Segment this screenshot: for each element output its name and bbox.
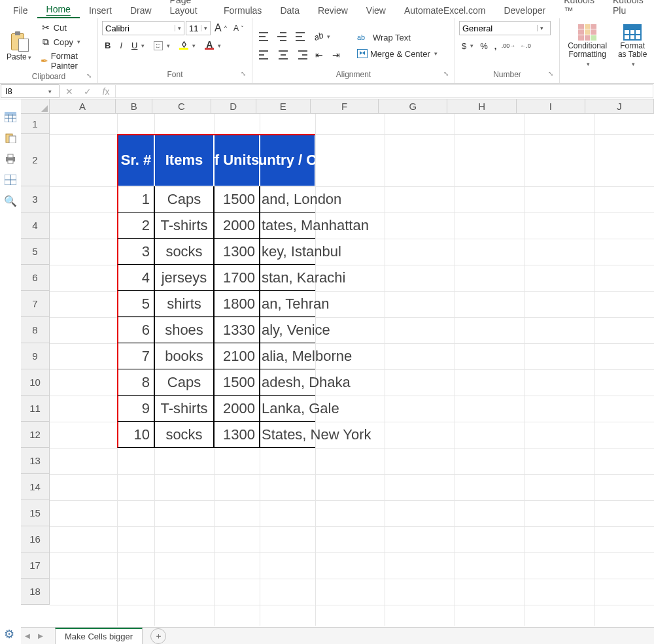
increase-font-button[interactable]: A^: [212, 21, 230, 35]
column-header-I[interactable]: I: [517, 99, 585, 113]
table-cell[interactable]: Caps: [154, 186, 214, 212]
column-header-A[interactable]: A: [50, 99, 116, 113]
row-header-9[interactable]: 9: [21, 343, 49, 369]
row-header-2[interactable]: 2: [21, 134, 49, 186]
orientation-button[interactable]: ab: [311, 30, 333, 42]
table-cell[interactable]: socks: [154, 422, 214, 448]
table-cell[interactable]: 3: [117, 239, 154, 265]
comma-button[interactable]: ,: [492, 40, 500, 52]
name-box-dropdown[interactable]: ▾: [41, 88, 59, 95]
table-header-cell[interactable]: f Units: [214, 134, 260, 186]
column-header-E[interactable]: E: [256, 99, 311, 113]
row-header-11[interactable]: 11: [21, 396, 49, 422]
table-cell[interactable]: books: [154, 343, 214, 369]
column-header-F[interactable]: F: [311, 99, 379, 113]
row-header-4[interactable]: 4: [21, 212, 49, 239]
tab-review[interactable]: Review: [309, 3, 357, 18]
table-cell[interactable]: jerseys: [154, 265, 214, 291]
table-row[interactable]: 7books2100alia, Melborne: [117, 343, 315, 369]
table-cell[interactable]: 10: [117, 422, 154, 448]
table-cell[interactable]: aly, Venice: [260, 317, 315, 343]
sheet-nav-prev[interactable]: ◄: [21, 631, 34, 641]
row-header-13[interactable]: 13: [21, 448, 49, 474]
percent-button[interactable]: %: [477, 40, 490, 52]
table-cell[interactable]: 5: [117, 291, 154, 317]
insert-function-button[interactable]: fx: [97, 86, 115, 97]
row-header-17[interactable]: 17: [21, 552, 49, 579]
align-bottom-button[interactable]: [293, 30, 310, 43]
font-color-button[interactable]: A: [202, 40, 224, 51]
font-launcher[interactable]: ⤡: [239, 70, 248, 79]
table-row[interactable]: 2T-shirts2000tates, Manhattan: [117, 212, 315, 239]
column-header-B[interactable]: B: [116, 99, 152, 113]
table-row[interactable]: 1Caps1500and, London: [117, 186, 315, 212]
table-cell[interactable]: 9: [117, 396, 154, 422]
table-cell[interactable]: adesh, Dhaka: [260, 369, 315, 396]
row-header-12[interactable]: 12: [21, 422, 49, 448]
row-header-8[interactable]: 8: [21, 317, 49, 343]
font-size-combo[interactable]: ▾: [186, 21, 211, 35]
table-cell[interactable]: 8: [117, 369, 154, 396]
table-cell[interactable]: 1800: [214, 291, 260, 317]
table-cell[interactable]: 1700: [214, 265, 260, 291]
sheet-nav-next[interactable]: ►: [34, 631, 47, 641]
table-cell[interactable]: and, London: [260, 186, 315, 212]
table-cell[interactable]: 2: [117, 212, 154, 239]
merge-center-button[interactable]: Merge & Center: [354, 48, 440, 60]
name-box[interactable]: ▾: [1, 84, 60, 98]
table-cell[interactable]: Caps: [154, 369, 214, 396]
table-cell[interactable]: 4: [117, 265, 154, 291]
select-all-button[interactable]: [21, 99, 50, 114]
row-header-3[interactable]: 3: [21, 186, 49, 212]
formula-input[interactable]: [116, 84, 653, 98]
column-header-H[interactable]: H: [447, 99, 516, 113]
sheet-tab[interactable]: Make Cells bigger: [55, 628, 143, 644]
align-center-button[interactable]: [275, 48, 292, 61]
currency-button[interactable]: $: [459, 40, 476, 52]
table-cell[interactable]: 1330: [214, 317, 260, 343]
table-row[interactable]: 6shoes1330aly, Venice: [117, 317, 315, 343]
alignment-launcher[interactable]: ⤡: [441, 70, 451, 79]
row-header-5[interactable]: 5: [21, 239, 49, 265]
table-cell[interactable]: 7: [117, 343, 154, 369]
align-top-button[interactable]: [256, 30, 273, 43]
table-cell[interactable]: 1300: [214, 239, 260, 265]
table-cell[interactable]: shoes: [154, 317, 214, 343]
increase-decimal-button[interactable]: .00→: [500, 39, 516, 52]
tab-insert[interactable]: Insert: [80, 3, 121, 18]
paste-button[interactable]: Paste: [4, 24, 34, 69]
tab-home[interactable]: Home: [37, 1, 80, 18]
number-format-combo[interactable]: ▾: [459, 21, 551, 35]
table-cell[interactable]: 2000: [214, 212, 260, 239]
tab-automate[interactable]: AutomateExcel.com: [395, 3, 495, 18]
table-cell[interactable]: 2100: [214, 343, 260, 369]
cancel-formula-button[interactable]: ✕: [60, 86, 78, 97]
decrease-font-button[interactable]: Aˇ: [231, 22, 246, 34]
cut-button[interactable]: ✂Cut: [38, 21, 94, 34]
table-cell[interactable]: stan, Karachi: [260, 265, 315, 291]
table-cell[interactable]: socks: [154, 239, 214, 265]
borders-button[interactable]: [151, 40, 173, 52]
number-launcher[interactable]: ⤡: [546, 70, 555, 79]
table-cell[interactable]: 2000: [214, 396, 260, 422]
clipboard-launcher[interactable]: ⤡: [84, 72, 94, 81]
fill-color-button[interactable]: ◊: [177, 40, 198, 51]
bold-button[interactable]: B: [102, 39, 113, 52]
row-header-1[interactable]: 1: [21, 114, 49, 134]
table-cell[interactable]: alia, Melborne: [260, 343, 315, 369]
table-row[interactable]: 9T-shirts2000Lanka, Gale: [117, 396, 315, 422]
table-row[interactable]: 10socks1300States, New York: [117, 422, 315, 448]
decrease-decimal-button[interactable]: ←.0: [517, 39, 533, 52]
underline-button[interactable]: U: [129, 39, 147, 52]
row-header-10[interactable]: 10: [21, 369, 49, 396]
row-header-14[interactable]: 14: [21, 474, 49, 500]
table-cell[interactable]: tates, Manhattan: [260, 212, 315, 239]
tab-draw[interactable]: Draw: [121, 3, 161, 18]
italic-button[interactable]: I: [117, 39, 125, 52]
column-header-G[interactable]: G: [379, 99, 447, 113]
align-right-button[interactable]: [293, 48, 310, 61]
format-painter-button[interactable]: ✒Format Painter: [38, 50, 94, 72]
side-find-icon[interactable]: 🔍: [4, 195, 17, 207]
column-header-C[interactable]: C: [152, 99, 211, 113]
row-header-15[interactable]: 15: [21, 500, 49, 526]
